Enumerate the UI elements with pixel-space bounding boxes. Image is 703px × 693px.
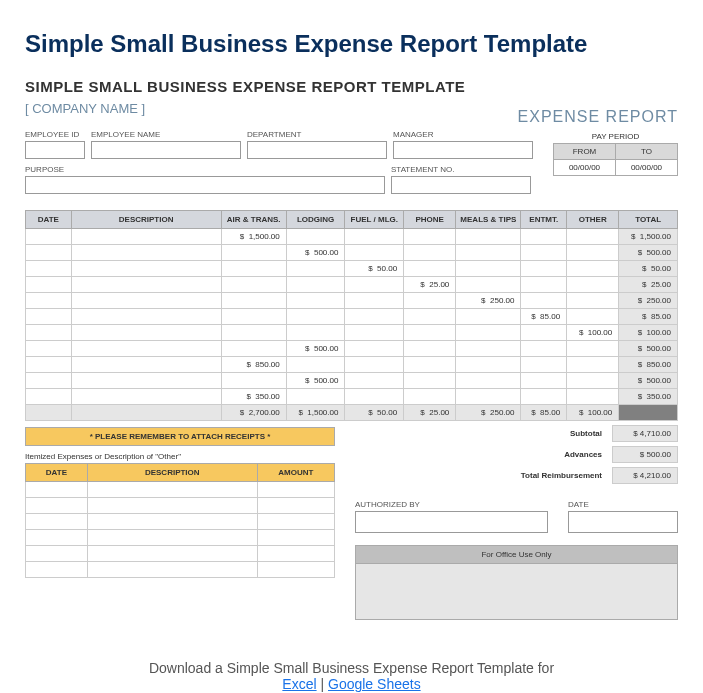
department-label: DEPARTMENT [247, 130, 387, 139]
purpose-label: PURPOSE [25, 165, 385, 174]
itemized-col: DESCRIPTION [87, 464, 257, 482]
employee-id-label: EMPLOYEE ID [25, 130, 85, 139]
pay-period-box: PAY PERIOD FROM TO 00/00/00 00/00/00 [553, 130, 678, 176]
table-row: $ 1,500.00$ 1,500.00 [26, 229, 678, 245]
itemized-row[interactable] [26, 482, 335, 498]
pay-from-label: FROM [554, 144, 616, 160]
page-title: Simple Small Business Expense Report Tem… [25, 30, 678, 58]
advances-value: 500.00 [612, 446, 678, 463]
employee-name-field[interactable] [91, 141, 241, 159]
pay-from-value[interactable]: 00/00/00 [554, 160, 616, 176]
employee-name-label: EMPLOYEE NAME [91, 130, 241, 139]
col-header: AIR & TRANS. [221, 211, 286, 229]
total-reimbursement-value: 4,210.00 [612, 467, 678, 484]
pay-period-label: PAY PERIOD [553, 130, 678, 143]
col-header: FUEL / MLG. [345, 211, 404, 229]
attach-receipts-banner: * PLEASE REMEMBER TO ATTACH RECEIPTS * [25, 427, 335, 446]
table-row: $ 85.00$ 85.00 [26, 309, 678, 325]
table-row: $ 500.00$ 500.00 [26, 373, 678, 389]
itemized-col: AMOUNT [257, 464, 334, 482]
table-row: $ 850.00$ 850.00 [26, 357, 678, 373]
table-row: $ 500.00$ 500.00 [26, 341, 678, 357]
itemized-label: Itemized Expenses or Description of "Oth… [25, 452, 335, 461]
pay-to-label: TO [616, 144, 678, 160]
table-row: $ 500.00$ 500.00 [26, 245, 678, 261]
company-name: [ COMPANY NAME ] [25, 101, 465, 116]
itemized-row[interactable] [26, 498, 335, 514]
table-row: $ 50.00$ 50.00 [26, 261, 678, 277]
itemized-table: DATEDESCRIPTIONAMOUNT [25, 463, 335, 578]
google-sheets-link[interactable]: Google Sheets [328, 676, 421, 692]
itemized-row[interactable] [26, 530, 335, 546]
excel-link[interactable]: Excel [282, 676, 316, 692]
itemized-col: DATE [26, 464, 88, 482]
expense-report-label: EXPENSE REPORT [518, 108, 678, 126]
manager-field[interactable] [393, 141, 533, 159]
subtotal-value: 4,710.00 [612, 425, 678, 442]
total-reimbursement-label: Total Reimbursement [521, 471, 602, 480]
itemized-row[interactable] [26, 562, 335, 578]
itemized-row[interactable] [26, 546, 335, 562]
expense-table: DATEDESCRIPTIONAIR & TRANS.LODGINGFUEL /… [25, 210, 678, 421]
office-use-box: For Office Use Only [355, 545, 678, 620]
col-header: PHONE [404, 211, 456, 229]
table-row: $ 350.00$ 350.00 [26, 389, 678, 405]
authorized-by-label: AUTHORIZED BY [355, 500, 548, 509]
manager-label: MANAGER [393, 130, 533, 139]
statement-no-label: STATEMENT NO. [391, 165, 531, 174]
pay-to-value[interactable]: 00/00/00 [616, 160, 678, 176]
download-text: Download a Simple Small Business Expense… [25, 660, 678, 692]
col-header: TOTAL [619, 211, 678, 229]
office-use-label: For Office Use Only [356, 546, 677, 564]
itemized-row[interactable] [26, 514, 335, 530]
col-header: DESCRIPTION [71, 211, 221, 229]
auth-date-field[interactable] [568, 511, 678, 533]
table-row: $ 100.00$ 100.00 [26, 325, 678, 341]
col-header: MEALS & TIPS [456, 211, 521, 229]
employee-id-field[interactable] [25, 141, 85, 159]
department-field[interactable] [247, 141, 387, 159]
statement-no-field[interactable] [391, 176, 531, 194]
table-row: $ 250.00$ 250.00 [26, 293, 678, 309]
subtotal-label: Subtotal [570, 429, 602, 438]
template-preview: SIMPLE SMALL BUSINESS EXPENSE REPORT TEM… [25, 78, 678, 620]
authorized-by-field[interactable] [355, 511, 548, 533]
auth-date-label: DATE [568, 500, 678, 509]
col-header: LODGING [286, 211, 345, 229]
advances-label: Advances [564, 450, 602, 459]
col-header: DATE [26, 211, 72, 229]
col-header: OTHER [567, 211, 619, 229]
sheet-title: SIMPLE SMALL BUSINESS EXPENSE REPORT TEM… [25, 78, 465, 95]
purpose-field[interactable] [25, 176, 385, 194]
table-row: $ 25.00$ 25.00 [26, 277, 678, 293]
totals-row: $ 2,700.00$ 1,500.00$ 50.00$ 25.00$ 250.… [26, 405, 678, 421]
col-header: ENTMT. [521, 211, 567, 229]
